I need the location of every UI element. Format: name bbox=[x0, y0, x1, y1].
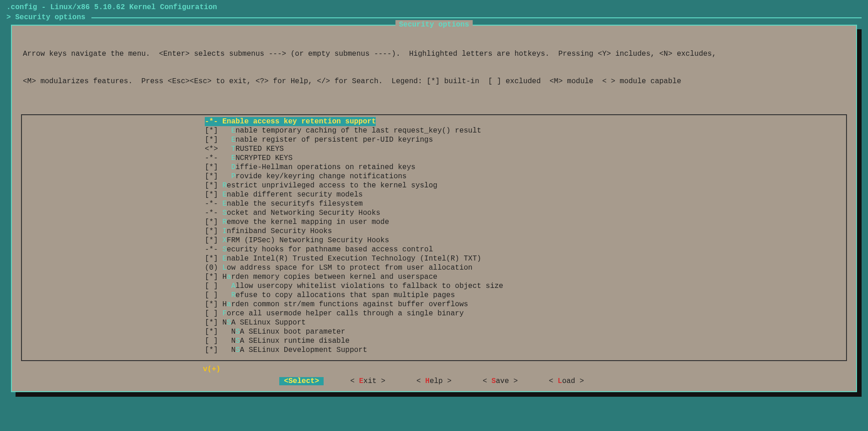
exit-button[interactable]: < Exit > bbox=[346, 377, 390, 385]
config-option[interactable]: [*] Enable Intel(R) Trusted Execution Te… bbox=[22, 254, 846, 263]
option-label: Enable the securityfs filesystem bbox=[222, 200, 362, 208]
option-mark: -*- bbox=[205, 117, 218, 126]
option-label: Provide key/keyring change notifications bbox=[231, 172, 407, 181]
help-text: Arrow keys navigate the menu. <Enter> se… bbox=[17, 28, 851, 110]
config-option[interactable]: -*- Security hooks for pathname based ac… bbox=[22, 245, 846, 254]
option-mark: [*] bbox=[205, 328, 218, 336]
panel-title: Security options bbox=[395, 20, 473, 29]
option-label: TRUSTED KEYS bbox=[231, 145, 284, 153]
option-label: ENCRYPTED KEYS bbox=[231, 154, 293, 162]
option-mark: [*] bbox=[205, 227, 218, 235]
breadcrumb-text: Security options bbox=[15, 13, 85, 22]
option-label: Harden common str/mem functions against … bbox=[222, 300, 468, 309]
config-option[interactable]: [*] NSA SELinux Support bbox=[22, 318, 846, 327]
help-line-1: Arrow keys navigate the menu. <Enter> se… bbox=[23, 49, 845, 59]
option-mark: (0) bbox=[205, 264, 218, 272]
config-option[interactable]: [ ] Force all usermode helper calls thro… bbox=[22, 309, 846, 318]
config-option[interactable]: -*- Socket and Networking Security Hooks bbox=[22, 208, 846, 218]
option-label: Security hooks for pathname based access… bbox=[222, 245, 433, 254]
option-mark: -*- bbox=[205, 154, 218, 162]
option-label: NSA SELinux boot parameter bbox=[231, 328, 346, 336]
option-mark: [*] bbox=[205, 191, 218, 199]
config-option[interactable]: [*] Harden common str/mem functions agai… bbox=[22, 300, 846, 309]
button-bar: <Select> < Exit > < Help > < Save > < Lo… bbox=[17, 374, 851, 387]
option-label: Low address space for LSM to protect fro… bbox=[222, 264, 472, 272]
option-list[interactable]: -*- Enable access key retention support[… bbox=[21, 114, 847, 361]
option-label: Enable Intel(R) Trusted Execution Techno… bbox=[222, 255, 481, 263]
option-mark: -*- bbox=[205, 245, 218, 254]
option-mark: [ ] bbox=[205, 309, 218, 318]
option-label: Enable temporary caching of the last req… bbox=[231, 127, 481, 135]
option-mark: [ ] bbox=[205, 282, 218, 290]
config-option[interactable]: <*> TRUSTED KEYS bbox=[22, 144, 846, 154]
option-label: Refuse to copy allocations that span mul… bbox=[231, 291, 455, 299]
config-option[interactable]: [*] Enable register of persistent per-UI… bbox=[22, 135, 846, 144]
option-label: Enable different security models bbox=[222, 191, 362, 199]
config-option[interactable]: [*] NSA SELinux Development Support bbox=[22, 346, 846, 355]
option-mark: [*] bbox=[205, 136, 218, 144]
window-title: .config - Linux/x86 5.10.62 Kernel Confi… bbox=[5, 2, 863, 13]
option-mark: [*] bbox=[205, 218, 218, 226]
option-label: XFRM (IPSec) Networking Security Hooks bbox=[222, 236, 389, 245]
config-option[interactable]: [ ] Refuse to copy allocations that span… bbox=[22, 291, 846, 300]
config-option[interactable]: -*- Enable access key retention support bbox=[205, 117, 376, 126]
select-button[interactable]: <Select> bbox=[279, 377, 324, 385]
option-label: NSA SELinux Support bbox=[222, 319, 305, 327]
config-option[interactable]: [*] Provide key/keyring change notificat… bbox=[22, 172, 846, 181]
option-mark: [ ] bbox=[205, 337, 218, 345]
option-mark: [*] bbox=[205, 172, 218, 181]
option-mark: <*> bbox=[205, 145, 218, 153]
load-button[interactable]: < Load > bbox=[544, 377, 589, 385]
config-option[interactable]: [*] Infiniband Security Hooks bbox=[22, 227, 846, 236]
config-option[interactable]: [*] XFRM (IPSec) Networking Security Hoo… bbox=[22, 236, 846, 245]
config-option[interactable]: [ ] Allow usercopy whitelist violations … bbox=[22, 282, 846, 291]
option-label: Infiniband Security Hooks bbox=[222, 227, 332, 235]
config-option[interactable]: [*] Remove the kernel mapping in user mo… bbox=[22, 218, 846, 227]
option-label: Socket and Networking Security Hooks bbox=[222, 209, 380, 217]
option-mark: [*] bbox=[205, 300, 218, 309]
option-mark: [*] bbox=[205, 181, 218, 190]
config-option[interactable]: [*] Restrict unprivileged access to the … bbox=[22, 181, 846, 190]
config-option[interactable]: [*] NSA SELinux boot parameter bbox=[22, 327, 846, 336]
scroll-indicator-down: v(+) bbox=[17, 365, 851, 374]
breadcrumb-rule bbox=[91, 17, 862, 18]
option-label: NSA SELinux Development Support bbox=[231, 346, 367, 354]
option-mark: [*] bbox=[205, 127, 218, 135]
config-option[interactable]: [*] Diffie-Hellman operations on retaine… bbox=[22, 163, 846, 172]
option-mark: -*- bbox=[205, 209, 218, 217]
dialog-panel: Security options Arrow keys navigate the… bbox=[11, 25, 857, 392]
option-mark: [*] bbox=[205, 346, 218, 354]
config-option[interactable]: -*- ENCRYPTED KEYS bbox=[22, 154, 846, 163]
breadcrumb-prefix: > bbox=[6, 13, 15, 22]
help-button[interactable]: < Help > bbox=[412, 377, 456, 385]
config-option[interactable]: [*] Enable different security models bbox=[22, 190, 846, 199]
option-label: Allow usercopy whitelist violations to f… bbox=[231, 282, 503, 290]
option-mark: [*] bbox=[205, 236, 218, 245]
save-button[interactable]: < Save > bbox=[478, 377, 522, 385]
option-label: Harden memory copies between kernel and … bbox=[222, 273, 437, 281]
help-line-2: <M> modularizes features. Press <Esc><Es… bbox=[23, 77, 845, 86]
option-mark: -*- bbox=[205, 200, 218, 208]
config-option[interactable]: [ ] NSA SELinux runtime disable bbox=[22, 336, 846, 346]
config-option[interactable]: (0) Low address space for LSM to protect… bbox=[22, 263, 846, 272]
option-label: Force all usermode helper calls through … bbox=[222, 309, 463, 318]
option-mark: [*] bbox=[205, 319, 218, 327]
option-label: Remove the kernel mapping in user mode bbox=[222, 218, 389, 226]
option-label: Diffie-Hellman operations on retained ke… bbox=[231, 163, 415, 171]
config-option[interactable]: -*- Enable the securityfs filesystem bbox=[22, 199, 846, 208]
option-label: NSA SELinux runtime disable bbox=[231, 337, 350, 345]
option-mark: [*] bbox=[205, 255, 218, 263]
option-mark: [*] bbox=[205, 273, 218, 281]
option-mark: [ ] bbox=[205, 291, 218, 299]
option-label: Restrict unprivileged access to the kern… bbox=[222, 181, 437, 190]
config-option[interactable]: [*] Enable temporary caching of the last… bbox=[22, 126, 846, 135]
option-label: Enable register of persistent per-UID ke… bbox=[231, 136, 433, 144]
option-mark: [*] bbox=[205, 163, 218, 171]
config-option[interactable]: [*] Harden memory copies between kernel … bbox=[22, 272, 846, 282]
option-label: Enable access key retention support bbox=[222, 117, 376, 126]
